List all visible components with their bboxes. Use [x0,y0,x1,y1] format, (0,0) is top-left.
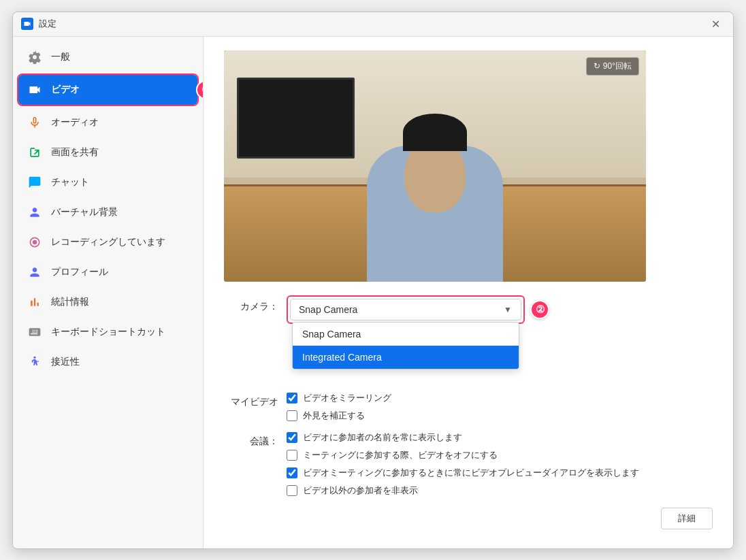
checkbox-appearance: 外見を補正する [287,410,391,422]
chat-icon [27,174,43,191]
record-icon [27,234,43,250]
checkbox-mirror: ビデオをミラーリング [287,392,391,404]
sidebar-item-profile[interactable]: プロフィール [18,257,197,287]
detail-area: 詳細 [224,508,713,529]
show-name-checkbox[interactable] [287,432,297,443]
sidebar-label-record: レコーディングしています [51,236,165,248]
settings-window: 設定 ✕ 一般 ビデオ [12,12,734,549]
sidebar-item-general[interactable]: 一般 [18,42,197,72]
sidebar-item-audio[interactable]: オーディオ [18,108,197,137]
close-button[interactable]: ✕ [706,14,725,33]
meeting-label: 会議： [224,431,278,448]
audio-icon [27,114,43,131]
myvideo-checkboxes: ビデオをミラーリング 外見を補正する [287,392,391,422]
camera-label: カメラ： [224,295,278,313]
sidebar-item-chat[interactable]: チャット [18,167,197,197]
app-icon [21,18,33,30]
camera-option-snap-item[interactable]: Snap Camera [293,323,519,346]
sidebar: 一般 ビデオ ① オーディオ [13,37,204,548]
rotate-label: 90°回転 [603,61,632,72]
sidebar-label-keyboard: キーボードショートカット [51,326,165,338]
window-title: 設定 [39,18,56,30]
video-preview: ↻ 90°回転 [224,50,646,282]
myvideo-label: マイビデオ [224,392,278,408]
svg-point-1 [33,240,37,244]
sidebar-label-video: ビデオ [51,84,80,96]
profile-icon [27,264,43,280]
sidebar-item-video[interactable]: ビデオ [18,75,197,105]
checkbox-hide-non-video: ビデオ以外の参加者を非表示 [287,484,639,497]
appearance-checkbox[interactable] [287,410,297,421]
sidebar-label-virtual: バーチャル背景 [51,206,118,218]
sidebar-item-virtual[interactable]: バーチャル背景 [18,197,197,227]
virtual-icon [27,204,43,220]
mirror-label: ビデオをミラーリング [303,392,391,404]
rotate-icon: ↻ [594,61,600,71]
sidebar-item-keyboard[interactable]: キーボードショートカット [18,317,197,347]
sidebar-label-accessibility: 接近性 [51,356,80,368]
step2-badge: ② [530,300,549,319]
mirror-checkbox[interactable] [287,393,297,403]
show-name-label: ビデオに参加者の名前を常に表示します [303,431,462,444]
accessibility-icon [27,354,43,370]
checkbox-preview-dialog: ビデオミーティングに参加するときに常にビデオプレビューダイアログを表示します [287,467,639,479]
sidebar-label-chat: チャット [51,176,89,188]
main-content: ↻ 90°回転 カメラ： Snap Camera Integrated Came… [204,37,733,548]
sidebar-label-audio: オーディオ [51,116,99,129]
person-hair [403,114,467,151]
gear-icon [27,49,43,65]
checkbox-video-off: ミーティングに参加する際、ビデオをオフにする [287,449,639,461]
preview-dialog-checkbox[interactable] [287,467,297,478]
camera-setting-row: カメラ： Snap Camera Integrated Camera ▼ [224,295,713,324]
sidebar-item-share[interactable]: 画面を共有 [18,137,197,167]
sidebar-item-accessibility[interactable]: 接近性 [18,347,197,377]
sidebar-label-profile: プロフィール [51,266,108,278]
camera-dropdown[interactable]: Snap Camera Integrated Camera [290,299,521,320]
sidebar-label-stats: 統計情報 [51,296,89,308]
title-bar-left: 設定 [21,18,56,30]
share-icon [27,144,43,161]
sidebar-item-record[interactable]: レコーディングしています [18,227,197,257]
preview-dialog-label: ビデオミーティングに参加するときに常にビデオプレビューダイアログを表示します [303,467,639,479]
tv-screen [237,78,355,159]
svg-point-2 [33,356,35,358]
title-bar: 設定 ✕ [13,12,733,37]
sidebar-label-general: 一般 [51,51,70,63]
myvideo-row: マイビデオ ビデオをミラーリング 外見を補正する [224,392,713,422]
rotate-button[interactable]: ↻ 90°回転 [586,57,639,76]
stats-icon [27,294,43,310]
sidebar-item-stats[interactable]: 統計情報 [18,287,197,317]
camera-option-integrated-item[interactable]: Integrated Camera [293,346,519,369]
hide-non-video-label: ビデオ以外の参加者を非表示 [303,484,418,497]
keyboard-icon [27,324,43,340]
camera-dropdown-menu: Snap Camera Integrated Camera [292,322,519,369]
detail-button[interactable]: 詳細 [661,508,713,529]
video-off-label: ミーティングに参加する際、ビデオをオフにする [303,449,498,461]
video-icon [27,82,43,98]
video-off-checkbox[interactable] [287,450,297,461]
meeting-row: 会議： ビデオに参加者の名前を常に表示します ミーティングに参加する際、ビデオを… [224,431,713,497]
content-area: 一般 ビデオ ① オーディオ [13,37,733,548]
meeting-checkboxes: ビデオに参加者の名前を常に表示します ミーティングに参加する際、ビデオをオフにす… [287,431,639,497]
sidebar-label-share: 画面を共有 [51,146,99,159]
checkbox-show-name: ビデオに参加者の名前を常に表示します [287,431,639,444]
appearance-label: 外見を補正する [303,410,365,422]
hide-non-video-checkbox[interactable] [287,485,297,496]
